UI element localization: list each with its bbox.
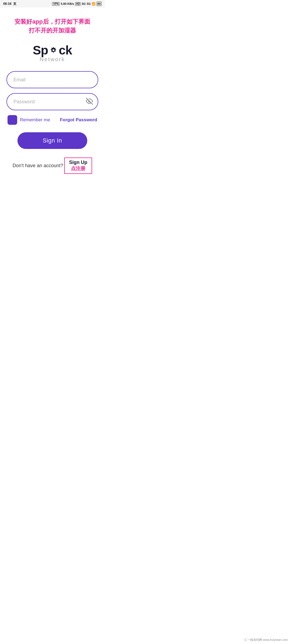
instruction-line1: 安装好app后，打开如下界面	[6, 17, 98, 26]
signal2: 5G	[87, 2, 91, 5]
instruction-text: 安装好app后，打开如下界面 打不开的开加湿器	[0, 8, 105, 40]
toggle-password-icon[interactable]	[86, 98, 93, 106]
speed: 5.80 KB/s	[61, 2, 74, 5]
status-icon: 支	[13, 2, 16, 6]
signup-box[interactable]: Sign Up 点注册	[64, 158, 92, 174]
email-field[interactable]	[6, 71, 98, 88]
signup-row: Don't have an account? Sign Up 点注册	[6, 158, 98, 174]
password-field[interactable]	[6, 93, 98, 110]
logo-gear-icon	[48, 45, 59, 55]
signup-prefix: Don't have an account?	[13, 163, 63, 169]
battery: 80	[97, 2, 102, 6]
status-left: 06:16 支	[3, 2, 16, 6]
signup-chinese[interactable]: 点注册	[71, 165, 85, 172]
logo-sp: Sp	[33, 43, 48, 57]
logo-network: Network	[40, 56, 65, 63]
vpn-badge: VPN	[52, 2, 60, 6]
password-wrapper	[6, 93, 98, 110]
email-wrapper	[6, 71, 98, 88]
remember-me-checkbox[interactable]	[8, 115, 17, 125]
form-container: Remember me Forgot Password Sign In Don'…	[0, 71, 105, 174]
signin-button[interactable]: Sign In	[17, 132, 87, 149]
instruction-line2: 打不开的开加湿器	[6, 26, 98, 35]
signup-link[interactable]: Sign Up	[69, 160, 87, 165]
hd-badge: HD	[75, 2, 81, 6]
status-bar: 06:16 支 VPN 5.80 KB/s HD 5G 5G 📶 80	[0, 0, 105, 8]
remember-me-label: Remember me	[20, 117, 50, 123]
remember-me-group: Remember me	[8, 115, 50, 125]
forgot-password-link[interactable]: Forgot Password	[60, 117, 97, 123]
signal1: 5G	[82, 2, 86, 5]
logo: Sp ck	[33, 43, 72, 57]
time: 06:16	[3, 2, 12, 6]
options-row: Remember me Forgot Password	[8, 115, 97, 125]
wifi-icon: 📶	[92, 2, 96, 6]
logo-ck: ck	[59, 43, 72, 57]
logo-area: Sp ck Network	[0, 43, 105, 63]
status-right: VPN 5.80 KB/s HD 5G 5G 📶 80	[52, 2, 102, 6]
